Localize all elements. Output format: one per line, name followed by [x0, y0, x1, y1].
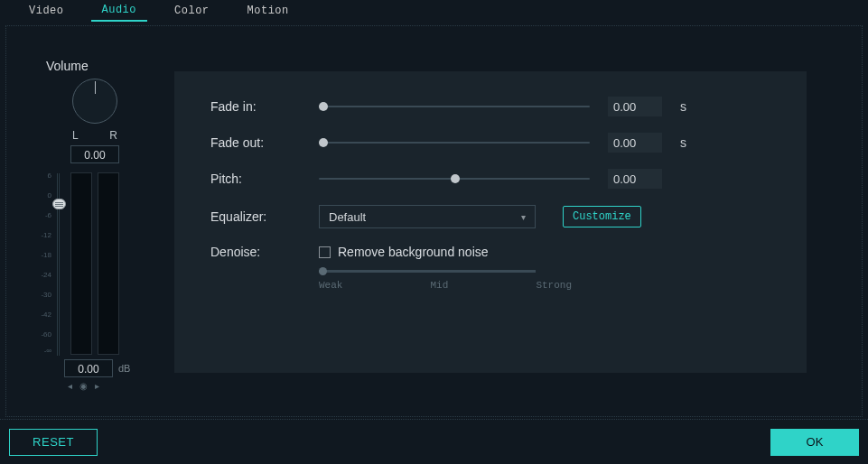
ok-button[interactable]: OK: [770, 429, 859, 456]
main-area: Volume L R 0.00 6 0 -6 -12 -18 -24 -30 -…: [5, 25, 863, 417]
volume-column: Volume L R 0.00 6 0 -6 -12 -18 -24 -30 -…: [23, 37, 158, 405]
db-row: 0.00 dB: [64, 359, 158, 377]
pitch-slider-thumb[interactable]: [451, 174, 460, 183]
customize-button[interactable]: Customize: [563, 206, 641, 227]
denoise-strength-slider[interactable]: [319, 270, 536, 273]
tick: -6: [45, 212, 51, 219]
pitch-label: Pitch:: [210, 172, 301, 186]
step-back-icon[interactable]: ◂: [68, 381, 72, 391]
tick: -18: [41, 252, 51, 259]
fade-in-input[interactable]: [608, 97, 662, 116]
pitch-row: Pitch:: [210, 169, 770, 189]
tab-color[interactable]: Color: [163, 1, 220, 21]
denoise-checkbox-label: Remove background noise: [338, 245, 489, 259]
settings-panel: Fade in: s Fade out: s Pitch: Equalizer:: [174, 71, 807, 373]
volume-slider-thumb[interactable]: [52, 199, 66, 209]
level-meter-l: [70, 172, 92, 355]
tick: -42: [41, 311, 51, 319]
tick: 6: [48, 172, 51, 180]
fade-in-label: Fade in:: [210, 99, 301, 114]
tick: -24: [41, 272, 51, 279]
equalizer-select[interactable]: Default ▾: [319, 205, 536, 228]
fade-out-label: Fade out:: [210, 135, 301, 150]
fade-in-row: Fade in: s: [210, 97, 770, 116]
fade-out-input[interactable]: [608, 133, 662, 153]
fade-out-slider[interactable]: [319, 142, 590, 144]
tick: -12: [41, 232, 51, 239]
pan-value[interactable]: 0.00: [70, 145, 119, 163]
meter-zone: 6 0 -6 -12 -18 -24 -30 -42 -60 -∞: [32, 172, 158, 356]
tick: -∞: [44, 348, 51, 355]
equalizer-row: Equalizer: Default ▾ Customize: [210, 205, 770, 228]
pan-knob-wrap: [68, 79, 122, 133]
strength-mid-label: Mid: [430, 280, 448, 291]
db-value[interactable]: 0.00: [64, 359, 113, 377]
tab-motion[interactable]: Motion: [237, 1, 300, 21]
level-meters: [70, 172, 119, 355]
denoise-checkbox[interactable]: [319, 246, 331, 258]
fade-in-slider[interactable]: [319, 106, 590, 107]
playback-mini-controls: ◂ ◉ ▸: [68, 381, 158, 391]
pitch-slider[interactable]: [319, 178, 590, 180]
stop-icon[interactable]: ◉: [79, 381, 88, 391]
tab-bar: Video Audio Color Motion: [0, 0, 868, 22]
strength-weak-label: Weak: [319, 280, 342, 291]
fade-out-slider-thumb[interactable]: [319, 138, 328, 147]
tick: -30: [41, 292, 51, 299]
tick: -60: [41, 331, 51, 339]
level-meter-r: [98, 172, 119, 355]
denoise-strength-thumb[interactable]: [319, 267, 327, 275]
pitch-input[interactable]: [608, 169, 662, 189]
tab-video[interactable]: Video: [18, 1, 75, 21]
step-fwd-icon[interactable]: ▸: [95, 381, 99, 391]
fade-out-row: Fade out: s: [210, 133, 770, 153]
chevron-down-icon: ▾: [521, 212, 526, 222]
fade-in-unit: s: [680, 99, 686, 114]
fade-out-unit: s: [680, 135, 686, 150]
reset-button[interactable]: RESET: [9, 429, 98, 456]
footer: RESET OK: [0, 419, 868, 464]
volume-title: Volume: [46, 59, 158, 73]
denoise-label: Denoise:: [210, 245, 301, 259]
tab-audio[interactable]: Audio: [91, 0, 148, 22]
equalizer-selected-value: Default: [329, 210, 366, 224]
db-unit: dB: [118, 363, 130, 374]
denoise-strength-labels: Weak Mid Strong: [319, 280, 572, 291]
db-ticks: 6 0 -6 -12 -18 -24 -30 -42 -60 -∞: [32, 172, 51, 355]
pan-knob[interactable]: [72, 79, 117, 124]
tick: 0: [48, 192, 51, 200]
volume-slider-track[interactable]: [57, 173, 60, 356]
equalizer-label: Equalizer:: [210, 209, 301, 224]
strength-strong-label: Strong: [536, 280, 572, 291]
fade-in-slider-thumb[interactable]: [319, 102, 328, 111]
denoise-row: Denoise: Remove background noise: [210, 245, 770, 259]
